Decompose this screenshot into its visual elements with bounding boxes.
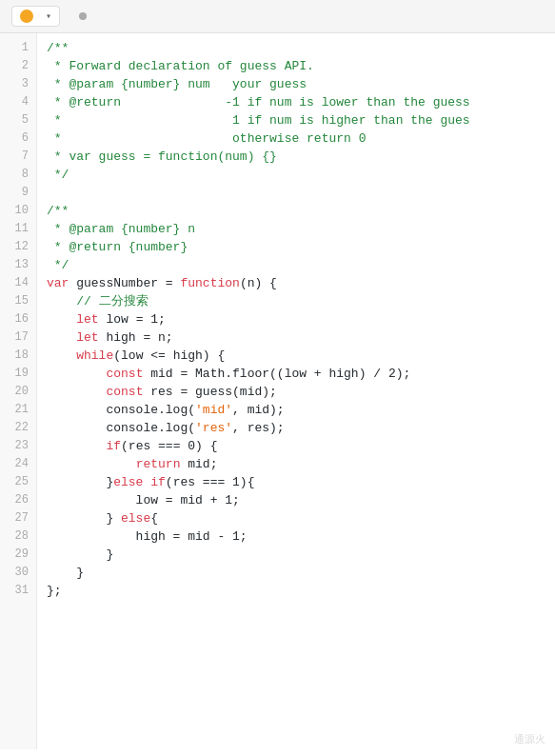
code-area: 1234567891011121314151617181920212223242… xyxy=(0,33,555,749)
token: while xyxy=(76,348,113,363)
code-line: * var guess = function(num) {} xyxy=(47,148,555,166)
code-line: high = mid - 1; xyxy=(47,527,555,546)
token xyxy=(47,312,76,327)
code-line: */ xyxy=(47,256,555,274)
code-line: */ xyxy=(47,166,555,184)
line-number: 25 xyxy=(0,473,36,491)
token: * Forward declaration of guess API. xyxy=(47,59,314,73)
token: (n) { xyxy=(240,276,277,290)
code-line: // 二分搜索 xyxy=(47,292,555,310)
line-number: 29 xyxy=(0,546,36,564)
code-line: console.log('res', res); xyxy=(47,419,555,437)
token: * @param {number} num your guess xyxy=(47,77,307,91)
smart-mode xyxy=(79,12,92,20)
token: high = mid - 1; xyxy=(47,529,248,544)
token: * otherwise return 0 xyxy=(47,131,366,146)
code-line: return mid; xyxy=(47,455,555,473)
line-number: 9 xyxy=(0,184,36,202)
token: const xyxy=(106,367,143,381)
token: return xyxy=(136,457,181,471)
token: 'res' xyxy=(195,421,232,435)
code-line: } xyxy=(47,564,555,582)
line-number: 21 xyxy=(0,401,36,419)
line-number: 23 xyxy=(0,437,36,455)
code-line: var guessNumber = function(n) { xyxy=(47,274,555,292)
line-number: 2 xyxy=(0,57,36,75)
code-line: * otherwise return 0 xyxy=(47,129,555,148)
token: high = n; xyxy=(99,330,173,345)
token: (res === 0) { xyxy=(121,439,217,453)
code-line: * @param {number} num your guess xyxy=(47,75,555,93)
token: */ xyxy=(47,258,69,272)
code-line: /** xyxy=(47,202,555,220)
lang-icon xyxy=(20,10,33,23)
line-number: 5 xyxy=(0,111,36,129)
token xyxy=(47,439,106,453)
line-number: 14 xyxy=(0,274,36,292)
line-number: 24 xyxy=(0,455,36,473)
token: * @return {number} xyxy=(47,240,188,254)
token: mid; xyxy=(180,457,217,471)
line-number: 28 xyxy=(0,527,36,546)
code-line: let low = 1; xyxy=(47,310,555,328)
token: , mid); xyxy=(232,403,285,417)
token: /** xyxy=(47,41,69,55)
language-selector[interactable]: ▾ xyxy=(11,6,60,27)
token: * 1 if num is higher than the gues xyxy=(47,113,470,128)
line-number: 26 xyxy=(0,491,36,509)
token: } xyxy=(47,547,113,562)
line-number: 4 xyxy=(0,93,36,111)
token: * @return -1 if num is lower than the gu… xyxy=(47,95,470,109)
line-number: 17 xyxy=(0,328,36,347)
line-number: 16 xyxy=(0,310,36,328)
token: res = guess(mid); xyxy=(143,385,276,399)
code-line: * @return -1 if num is lower than the gu… xyxy=(47,93,555,111)
code-line xyxy=(47,184,555,202)
code-line: const res = guess(mid); xyxy=(47,383,555,401)
line-number: 15 xyxy=(0,292,36,310)
code-content[interactable]: /** * Forward declaration of guess API. … xyxy=(37,33,555,749)
line-number: 22 xyxy=(0,419,36,437)
token: const xyxy=(106,385,143,399)
watermark: 通源火 xyxy=(514,732,545,746)
token: /** xyxy=(47,204,69,218)
code-line: const mid = Math.floor((low + high) / 2)… xyxy=(47,365,555,383)
token: (res === 1){ xyxy=(166,475,255,489)
code-line: let high = n; xyxy=(47,328,555,347)
token: , res); xyxy=(232,421,285,435)
token: low = 1; xyxy=(99,312,166,327)
token: */ xyxy=(47,168,69,182)
token: var xyxy=(47,276,76,290)
line-number: 27 xyxy=(0,509,36,527)
code-line: * @param {number} n xyxy=(47,220,555,238)
line-number: 12 xyxy=(0,238,36,256)
token xyxy=(47,330,76,345)
token: = xyxy=(158,276,180,290)
line-number: 19 xyxy=(0,365,36,383)
token: if xyxy=(106,439,121,453)
token: else xyxy=(113,475,150,489)
code-line: * Forward declaration of guess API. xyxy=(47,57,555,75)
token: } xyxy=(47,475,113,489)
smart-mode-dot xyxy=(79,12,87,20)
code-line: if(res === 0) { xyxy=(47,437,555,455)
code-line: /** xyxy=(47,39,555,57)
token: // 二分搜索 xyxy=(47,294,149,308)
line-number: 8 xyxy=(0,166,36,184)
line-number: 13 xyxy=(0,256,36,274)
token: (low <= high) { xyxy=(113,348,225,363)
token: let xyxy=(76,330,98,345)
code-line: } xyxy=(47,546,555,564)
line-numbers: 1234567891011121314151617181920212223242… xyxy=(0,33,37,749)
toolbar: ▾ xyxy=(0,0,555,33)
line-number: 20 xyxy=(0,383,36,401)
code-line: while(low <= high) { xyxy=(47,347,555,365)
code-line: }else if(res === 1){ xyxy=(47,473,555,491)
token: let xyxy=(76,312,98,327)
chevron-down-icon: ▾ xyxy=(46,10,51,22)
token: } xyxy=(47,511,121,526)
line-number: 7 xyxy=(0,148,36,166)
code-line: * @return {number} xyxy=(47,238,555,256)
token: mid = Math.floor((low + high) / 2); xyxy=(143,367,410,381)
token: function xyxy=(180,276,239,290)
